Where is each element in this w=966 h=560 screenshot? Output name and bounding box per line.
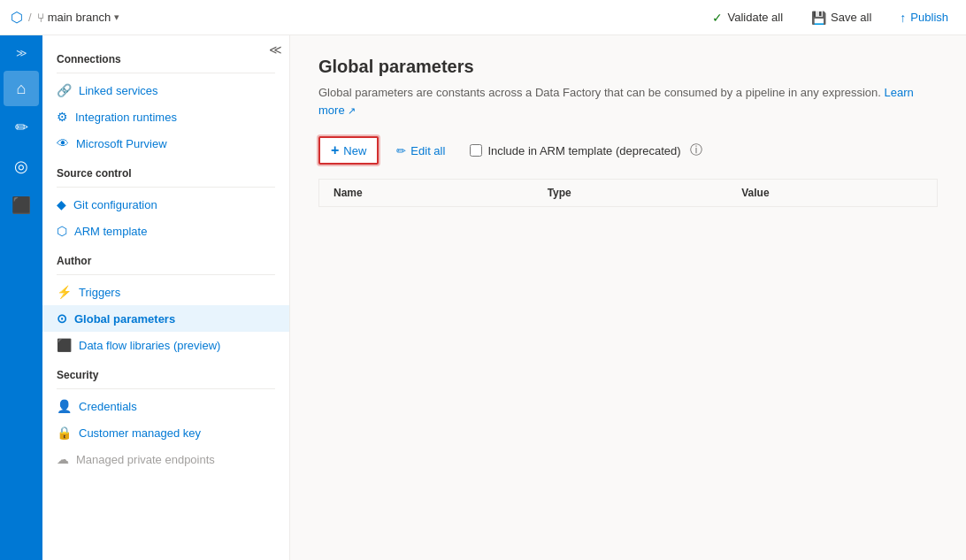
section-security: Security xyxy=(42,358,289,385)
linked-services-icon: 🔗 xyxy=(57,83,72,97)
top-bar: ⬡ / ⑂ main branch ▾ ✓ Validate all 💾 Sav… xyxy=(0,0,966,35)
content-description: Global parameters are constants across a… xyxy=(318,84,938,119)
branch-label: main branch xyxy=(48,11,111,24)
sidebar-item-credentials[interactable]: 👤 Credentials xyxy=(42,393,289,419)
sidebar: ≪ Connections 🔗 Linked services ⚙ Integr… xyxy=(42,35,290,560)
data-flow-icon: ⬛ xyxy=(57,338,72,352)
sidebar-item-git-configuration[interactable]: ◆ Git configuration xyxy=(42,191,289,218)
iconbar-pencil-button[interactable]: ✏ xyxy=(4,110,39,145)
iconbar-monitor-button[interactable]: ◎ xyxy=(4,149,39,184)
arm-template-checkbox-group: Include in ARM template (deprecated) ⓘ xyxy=(470,142,702,158)
validate-all-button[interactable]: ✓ Validate all xyxy=(705,7,790,28)
sidebar-item-triggers[interactable]: ⚡ Triggers xyxy=(42,279,289,305)
publish-icon: ↑ xyxy=(900,11,906,25)
edit-all-button[interactable]: ✏ Edit all xyxy=(386,140,456,162)
icon-bar: ≫ ⌂ ✏ ◎ ⬛ xyxy=(0,35,42,560)
cloud-icon: ☁ xyxy=(57,452,69,466)
col-type: Type xyxy=(533,180,728,207)
info-icon[interactable]: ⓘ xyxy=(690,142,702,158)
arm-template-label: Include in ARM template (deprecated) xyxy=(487,144,680,157)
iconbar-toolbox-button[interactable]: ⬛ xyxy=(4,188,39,223)
triggers-icon: ⚡ xyxy=(57,285,72,299)
sidebar-item-integration-runtimes[interactable]: ⚙ Integration runtimes xyxy=(42,104,289,130)
toolbar: + New ✏ Edit all Include in ARM template… xyxy=(318,136,938,165)
arm-template-checkbox[interactable] xyxy=(470,144,482,157)
key-icon: 🔒 xyxy=(57,426,72,440)
sidebar-item-arm-template[interactable]: ⬡ ARM template xyxy=(42,218,289,244)
expand-icon[interactable]: ≫ xyxy=(4,42,39,64)
git-icon: ◆ xyxy=(57,197,66,211)
publish-button[interactable]: ↑ Publish xyxy=(893,7,955,28)
section-connections: Connections xyxy=(42,42,289,69)
integration-runtimes-icon: ⚙ xyxy=(57,110,68,124)
parameters-table: Name Type Value xyxy=(318,179,938,207)
iconbar-home-button[interactable]: ⌂ xyxy=(4,71,39,106)
sidebar-collapse-button[interactable]: ≪ xyxy=(269,42,282,57)
sidebar-item-customer-managed-key[interactable]: 🔒 Customer managed key xyxy=(42,419,289,446)
external-link-icon: ↗ xyxy=(348,105,356,116)
branch-icon: ⑂ xyxy=(37,11,44,25)
sidebar-item-global-parameters[interactable]: ⊙ Global parameters xyxy=(42,305,289,332)
sidebar-item-linked-services[interactable]: 🔗 Linked services xyxy=(42,77,289,104)
sidebar-item-data-flow-libraries[interactable]: ⬛ Data flow libraries (preview) xyxy=(42,332,289,358)
breadcrumb: ⬡ / ⑂ main branch ▾ xyxy=(11,9,119,26)
top-bar-actions: ✓ Validate all 💾 Save all ↑ Publish xyxy=(705,7,955,28)
sidebar-item-managed-private-endpoints: ☁ Managed private endpoints xyxy=(42,446,289,472)
save-icon: 💾 xyxy=(811,11,826,25)
page-title: Global parameters xyxy=(318,57,938,77)
main-layout: ≫ ⌂ ✏ ◎ ⬛ ≪ Connections 🔗 Linked service… xyxy=(0,35,966,560)
chevron-icon[interactable]: ▾ xyxy=(114,12,119,23)
breadcrumb-sep: / xyxy=(28,11,32,24)
col-value: Value xyxy=(727,180,937,207)
global-params-icon: ⊙ xyxy=(57,311,67,326)
credentials-icon: 👤 xyxy=(57,399,72,413)
divider-connections xyxy=(57,73,275,73)
section-source-control: Source control xyxy=(42,157,289,183)
pencil-icon: ✏ xyxy=(396,144,406,157)
save-all-button[interactable]: 💾 Save all xyxy=(804,7,878,28)
arm-icon: ⬡ xyxy=(57,224,67,238)
content-area: Global parameters Global parameters are … xyxy=(290,35,966,560)
divider-source-control xyxy=(57,187,275,188)
divider-author xyxy=(57,274,275,275)
home-icon: ⬡ xyxy=(11,9,23,26)
divider-security xyxy=(57,388,275,389)
plus-icon: + xyxy=(331,142,339,158)
new-button[interactable]: + New xyxy=(318,136,379,165)
purview-icon: 👁 xyxy=(57,136,69,150)
col-name: Name xyxy=(319,180,533,207)
section-author: Author xyxy=(42,244,289,271)
sidebar-item-microsoft-purview[interactable]: 👁 Microsoft Purview xyxy=(42,130,289,157)
validate-icon: ✓ xyxy=(712,11,723,25)
